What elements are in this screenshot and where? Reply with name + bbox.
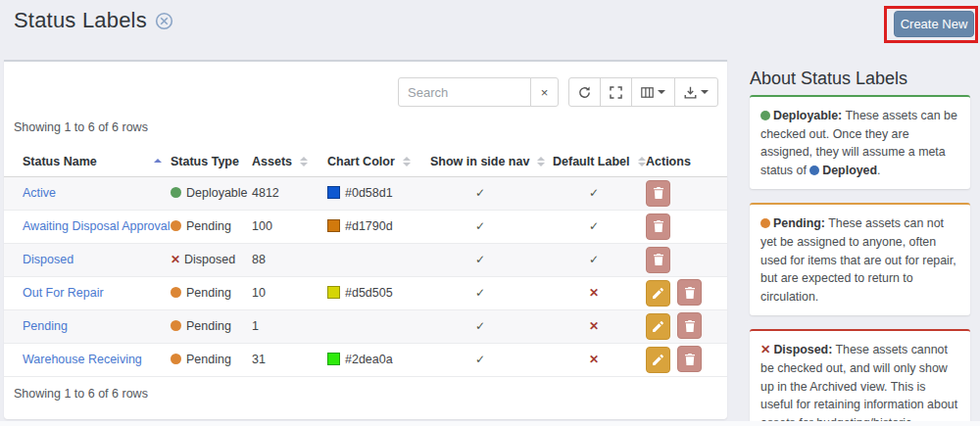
trash-icon	[685, 287, 695, 299]
fullscreen-button[interactable]	[600, 77, 632, 107]
x-icon: ✕	[760, 343, 770, 356]
column-header-side-nav[interactable]: Show in side nav	[430, 147, 553, 176]
status-link[interactable]: Awaiting Disposal Approval	[23, 219, 171, 233]
status-type-dot	[171, 187, 181, 198]
refresh-button[interactable]	[568, 77, 601, 107]
trash-icon	[654, 220, 663, 232]
showing-rows-top: Showing 1 to 6 of 6 rows	[14, 120, 148, 134]
columns-toggle-button[interactable]	[631, 77, 675, 107]
chart-color-hex: #0d58d1	[345, 186, 393, 200]
sort-asc-icon	[154, 159, 162, 165]
sidebar-heading: About Status Labels	[750, 69, 970, 89]
edit-button[interactable]	[646, 347, 670, 373]
chart-color-hex: #d5d505	[345, 286, 393, 300]
deployable-dot-icon	[760, 111, 770, 120]
delete-button[interactable]	[677, 279, 702, 306]
delete-button[interactable]	[646, 247, 670, 273]
pencil-icon	[653, 321, 663, 332]
column-header-status-type: Status Type	[171, 147, 252, 176]
check-icon: ✓	[475, 186, 485, 200]
footer-strip	[0, 421, 980, 426]
assets-count: 31	[252, 343, 327, 376]
delete-button[interactable]	[646, 213, 670, 240]
refresh-icon	[578, 86, 591, 99]
x-icon: ✕	[589, 353, 599, 366]
chart-color-hex: #2dea0a	[345, 353, 393, 366]
chart-color-empty	[327, 243, 430, 276]
check-icon: ✓	[589, 253, 599, 266]
check-icon: ✓	[475, 253, 485, 266]
check-icon: ✓	[475, 219, 485, 233]
info-box-pending: Pending: These assets can not yet be ass…	[750, 203, 970, 315]
chevron-down-icon	[658, 90, 665, 94]
delete-button[interactable]	[646, 180, 670, 207]
assets-count: 4812	[252, 176, 327, 210]
status-link[interactable]: Disposed	[23, 253, 74, 266]
column-header-actions: Actions	[646, 147, 727, 176]
sort-icons	[403, 157, 411, 166]
x-icon: ✕	[171, 253, 180, 266]
about-sidebar: About Status Labels Deployable: These as…	[750, 69, 970, 426]
info-box-deployable: Deployable: These assets can be checked …	[750, 95, 970, 189]
trash-icon	[654, 254, 663, 265]
column-header-default-label[interactable]: Default Label	[553, 147, 646, 176]
pencil-icon	[653, 288, 663, 299]
status-link[interactable]: Pending	[23, 319, 68, 333]
status-link[interactable]: Active	[23, 186, 56, 200]
assets-count: 10	[252, 276, 327, 309]
status-type-dot	[171, 354, 181, 364]
check-icon: ✓	[475, 286, 485, 300]
delete-button[interactable]	[677, 346, 702, 372]
column-header-status-name[interactable]: Status Name	[4, 147, 171, 176]
columns-icon	[641, 86, 654, 99]
sort-icons	[537, 157, 545, 166]
status-type-dot	[171, 220, 181, 231]
search-input[interactable]	[398, 77, 531, 107]
table-row: Awaiting Disposal Approval Pending 100 #…	[4, 210, 727, 243]
table-row: Pending Pending 1 ✓ ✕	[4, 309, 727, 343]
trash-icon	[685, 354, 695, 365]
column-header-assets[interactable]: Assets	[252, 147, 327, 176]
showing-rows-bottom: Showing 1 to 6 of 6 rows	[14, 387, 148, 401]
chart-color-hex: #d1790d	[345, 219, 393, 233]
chart-color-swatch	[327, 186, 340, 199]
pencil-icon	[653, 355, 663, 365]
check-icon: ✓	[475, 353, 485, 366]
chart-color-swatch	[327, 353, 340, 365]
status-link[interactable]: Warehouse Receiving	[23, 353, 142, 366]
table-header-row: Status Name Status Type Assets Chart Col…	[4, 147, 727, 176]
table-row: Active Deployable 4812 #0d58d1 ✓ ✓	[4, 176, 727, 210]
chart-color-swatch	[327, 286, 340, 299]
edit-button[interactable]	[646, 280, 670, 307]
sort-icons	[300, 157, 308, 166]
assets-count: 88	[252, 243, 327, 276]
check-icon: ✓	[475, 319, 485, 333]
status-labels-panel: ×	[4, 60, 727, 419]
pending-dot-icon	[760, 218, 770, 228]
table-row: Warehouse Receiving Pending 31 #2dea0a ✓…	[4, 343, 727, 376]
delete-button[interactable]	[677, 312, 702, 339]
column-header-chart-color[interactable]: Chart Color	[327, 147, 430, 176]
edit-button[interactable]	[646, 313, 670, 340]
search-group: ×	[398, 77, 559, 107]
check-icon: ✓	[589, 219, 599, 233]
x-icon: ✕	[589, 286, 599, 300]
table-buttons-group	[568, 77, 718, 107]
table-row: Disposed ✕Disposed 88 ✓ ✓	[4, 243, 727, 276]
assets-count: 1	[252, 309, 327, 343]
page-header: Status Labels	[14, 8, 173, 33]
fullscreen-icon	[610, 86, 622, 99]
status-link[interactable]: Out For Repair	[23, 286, 104, 300]
table-toolbar: ×	[398, 77, 718, 107]
table-row: Out For Repair Pending 10 #d5d505 ✓ ✕	[4, 276, 727, 309]
chart-color-empty	[327, 309, 430, 343]
status-labels-icon	[155, 12, 173, 30]
create-new-button[interactable]: Create New	[894, 11, 974, 37]
page-title: Status Labels	[14, 8, 147, 33]
chart-color-swatch	[327, 219, 340, 232]
trash-icon	[685, 320, 695, 332]
export-icon	[684, 86, 697, 99]
deployed-dot-icon	[809, 166, 819, 175]
export-button[interactable]	[674, 77, 718, 107]
clear-search-button[interactable]: ×	[530, 77, 559, 107]
